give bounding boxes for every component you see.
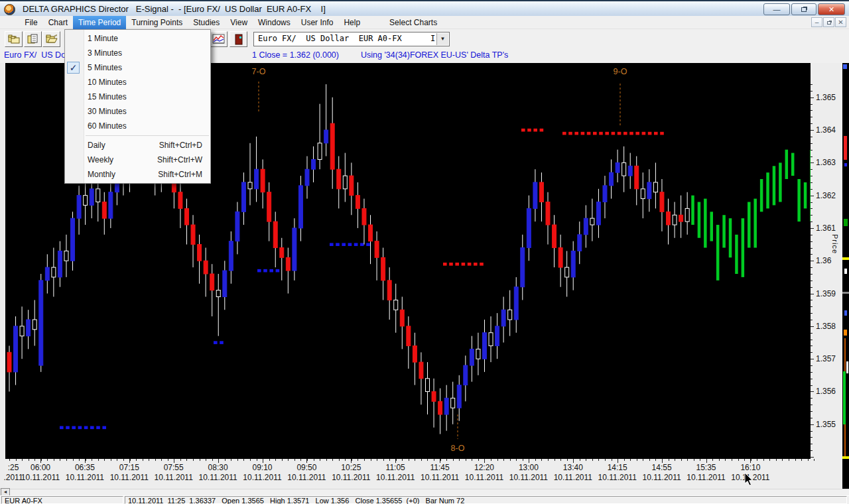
- candle-body-red: [419, 362, 423, 379]
- menubar-item-windows[interactable]: Windows: [253, 16, 296, 29]
- dotted-level-dash: [66, 426, 70, 429]
- time-minor-tick: [459, 459, 460, 461]
- folders-button[interactable]: [5, 31, 23, 47]
- time-minor-tick: [560, 459, 561, 461]
- price-tick: [811, 202, 813, 203]
- time-label-date: 10.11.2011: [505, 473, 552, 483]
- price-tick: [811, 444, 813, 444]
- time-minor-tick: [143, 459, 143, 461]
- candle-body-blue: [39, 281, 43, 365]
- exit-button[interactable]: [229, 31, 247, 47]
- application-window: DELTA GRAPHICS Director E-Signal - - [Eu…: [0, 0, 849, 504]
- price-tick: [811, 228, 814, 229]
- open-folder-button[interactable]: [42, 31, 60, 47]
- time-minor-tick: [168, 459, 168, 461]
- candle-body-blue: [628, 166, 632, 176]
- time-minor-tick: [446, 459, 447, 461]
- menubar-item-time-period[interactable]: Time Period: [73, 16, 126, 29]
- time-label-date: 10.11.2011: [328, 473, 374, 483]
- menubar-item-select-charts[interactable]: Select Charts: [384, 16, 442, 29]
- mdi-minimize-button[interactable]: –: [811, 17, 822, 27]
- scroll-left-arrow-icon: ◄: [3, 489, 8, 494]
- menu-item-30-minutes[interactable]: 30 Minutes: [65, 104, 210, 119]
- dotted-level-dash: [443, 263, 447, 266]
- price-tick: [811, 437, 813, 438]
- close-button[interactable]: ✕: [818, 3, 845, 15]
- time-minor-tick: [73, 459, 74, 461]
- candle-body-blue: [501, 310, 505, 326]
- candle-body-blue: [647, 182, 651, 199]
- menubar-item-help[interactable]: Help: [338, 16, 365, 29]
- candle-body-blue: [616, 162, 620, 172]
- close-icon: ✕: [828, 5, 834, 13]
- mdi-close-button[interactable]: ✕: [835, 17, 846, 27]
- exit-door-icon: [233, 34, 244, 45]
- status-details: 10.11.2011 11:25 1.36337 Open 1.3565 Hig…: [125, 496, 847, 504]
- price-tick: [811, 365, 813, 366]
- copy-page-button[interactable]: [24, 31, 42, 47]
- menubar-item-studies[interactable]: Studies: [188, 16, 225, 29]
- restore-button[interactable]: [791, 3, 816, 15]
- symbol-combobox[interactable]: Euro FX/ US Dollar EUR A0-FX I ▼: [253, 32, 450, 46]
- menu-item-60-minutes[interactable]: 60 Minutes: [65, 119, 210, 133]
- time-label-time: 08:30: [195, 463, 241, 473]
- menu-item-15-minutes[interactable]: 15 Minutes: [65, 90, 210, 104]
- time-label-date: 10.11.2011: [62, 473, 108, 483]
- minimize-button[interactable]: —: [763, 3, 790, 15]
- time-minor-tick: [275, 459, 276, 461]
- menu-item-10-minutes[interactable]: 10 Minutes: [65, 75, 210, 90]
- time-tick-label: 14:1510.11.2011: [594, 463, 641, 483]
- time-minor-tick: [123, 459, 124, 461]
- menu-item-3-minutes[interactable]: 3 Minutes: [65, 46, 210, 60]
- candle-body-red: [400, 310, 404, 326]
- time-minor-tick: [427, 459, 428, 461]
- time-label-time: 11:05: [372, 463, 419, 473]
- info-delta-tp-text: Using '34(34)FOREX EU-US' Delta TP's: [361, 50, 508, 60]
- app-logo-icon: [4, 4, 15, 15]
- menubar-item-view[interactable]: View: [225, 16, 253, 29]
- time-minor-tick: [681, 459, 682, 461]
- menubar-item-file[interactable]: File: [19, 16, 42, 29]
- menu-item-weekly[interactable]: WeeklyShift+Ctrl+W: [65, 153, 210, 167]
- time-minor-tick: [383, 459, 384, 461]
- time-label-time: 11:45: [417, 463, 463, 473]
- menu-item-label: 5 Minutes: [88, 63, 122, 72]
- time-minor-tick: [643, 459, 643, 461]
- price-tick-label: 1.36: [816, 256, 831, 265]
- candle-body-red: [432, 391, 436, 401]
- menu-item-5-minutes[interactable]: ✓5 Minutes: [65, 60, 210, 75]
- price-tick: [811, 261, 814, 261]
- menu-item-shortcut: Shift+Ctrl+M: [158, 167, 202, 182]
- candle-body-blue: [571, 251, 575, 277]
- candle-body-white: [673, 215, 677, 225]
- dotted-level-dash: [599, 132, 603, 135]
- time-minor-tick: [503, 459, 504, 461]
- menu-item-label: 10 Minutes: [88, 78, 127, 87]
- time-minor-tick: [814, 459, 815, 461]
- marker-label-7-O: 7-O: [252, 67, 266, 76]
- menu-item-daily[interactable]: DailyShift+Ctrl+D: [65, 138, 210, 153]
- menubar-item-chart[interactable]: Chart: [43, 16, 73, 29]
- time-minor-tick: [180, 459, 181, 461]
- menu-item-monthly[interactable]: MonthlyShift+Ctrl+M: [65, 167, 210, 182]
- time-minor-tick: [54, 459, 54, 461]
- mdi-restore-button[interactable]: [823, 17, 834, 27]
- candle-body-white: [508, 310, 512, 320]
- menu-item-1-minute[interactable]: 1 Minute: [65, 31, 210, 46]
- candle-body-red: [261, 169, 265, 192]
- time-label-date: 10.11.2011: [372, 473, 419, 483]
- candle-body-blue: [45, 267, 49, 281]
- dotted-level-dash: [96, 426, 100, 429]
- price-tick: [811, 379, 813, 379]
- menubar-item-turning-points[interactable]: Turning Points: [126, 16, 188, 29]
- horizontal-scrollbar[interactable]: ◄: [0, 489, 849, 495]
- chart-button[interactable]: [210, 31, 228, 47]
- time-minor-tick: [808, 459, 809, 461]
- time-minor-tick: [776, 459, 777, 461]
- menubar-item-user-info[interactable]: User Info: [296, 16, 339, 29]
- dotted-level-dash: [220, 341, 224, 344]
- time-minor-tick: [795, 459, 796, 461]
- price-tick-label: 1.362: [816, 191, 836, 200]
- dropdown-arrow-icon[interactable]: ▼: [436, 33, 448, 45]
- dotted-level-dash: [214, 341, 218, 344]
